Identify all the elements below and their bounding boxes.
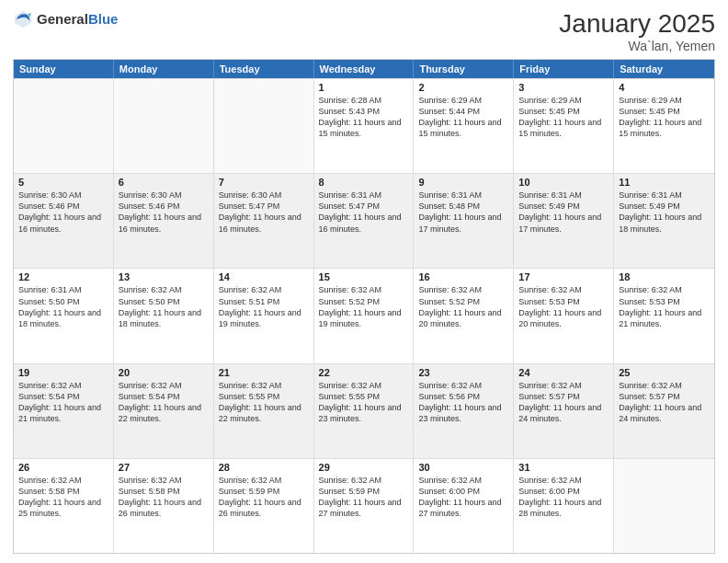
sunset-text: Sunset: 5:45 PM	[518, 106, 609, 117]
day-cell-20: 20Sunrise: 6:32 AMSunset: 5:54 PMDayligh…	[114, 364, 214, 458]
day-number: 18	[619, 271, 710, 282]
sunset-text: Sunset: 5:50 PM	[18, 296, 108, 307]
header-day-thursday: Thursday	[414, 60, 514, 78]
header-day-wednesday: Wednesday	[314, 60, 415, 78]
sunset-text: Sunset: 5:57 PM	[619, 391, 710, 402]
day-cell-7: 7Sunrise: 6:30 AMSunset: 5:47 PMDaylight…	[214, 174, 314, 268]
sunset-text: Sunset: 5:44 PM	[418, 106, 508, 117]
sunrise-text: Sunrise: 6:29 AM	[619, 95, 710, 106]
daylight-text: Daylight: 11 hours and 26 minutes.	[219, 497, 309, 519]
header: GeneralBlue January 2025 Wa`lan, Yemen	[13, 9, 715, 53]
day-number: 9	[418, 177, 508, 188]
sunset-text: Sunset: 5:51 PM	[219, 296, 309, 307]
day-cell-18: 18Sunrise: 6:32 AMSunset: 5:53 PMDayligh…	[614, 269, 714, 362]
day-cell-21: 21Sunrise: 6:32 AMSunset: 5:55 PMDayligh…	[214, 364, 314, 458]
daylight-text: Daylight: 11 hours and 16 minutes.	[119, 212, 209, 234]
day-cell-31: 31Sunrise: 6:32 AMSunset: 6:00 PMDayligh…	[514, 459, 614, 553]
daylight-text: Daylight: 11 hours and 25 minutes.	[18, 497, 108, 519]
sunrise-text: Sunrise: 6:32 AM	[418, 380, 508, 391]
day-number: 21	[219, 367, 309, 378]
header-day-tuesday: Tuesday	[214, 60, 314, 78]
day-cell-14: 14Sunrise: 6:32 AMSunset: 5:51 PMDayligh…	[214, 269, 314, 362]
daylight-text: Daylight: 11 hours and 16 minutes.	[18, 212, 108, 234]
daylight-text: Daylight: 11 hours and 22 minutes.	[219, 402, 309, 424]
daylight-text: Daylight: 11 hours and 16 minutes.	[319, 212, 409, 234]
calendar-week-1: 1Sunrise: 6:28 AMSunset: 5:43 PMDaylight…	[14, 78, 714, 173]
empty-cell	[14, 79, 114, 173]
sunset-text: Sunset: 5:52 PM	[319, 296, 409, 307]
day-number: 6	[119, 177, 209, 188]
sunset-text: Sunset: 5:54 PM	[18, 391, 108, 402]
sunrise-text: Sunrise: 6:29 AM	[418, 95, 508, 106]
sunrise-text: Sunrise: 6:32 AM	[518, 475, 609, 486]
logo-icon	[13, 9, 33, 29]
daylight-text: Daylight: 11 hours and 18 minutes.	[18, 307, 108, 329]
header-day-friday: Friday	[514, 60, 614, 78]
calendar-week-2: 5Sunrise: 6:30 AMSunset: 5:46 PMDaylight…	[14, 173, 714, 268]
day-cell-4: 4Sunrise: 6:29 AMSunset: 5:45 PMDaylight…	[614, 79, 714, 173]
daylight-text: Daylight: 11 hours and 19 minutes.	[219, 307, 309, 329]
day-cell-10: 10Sunrise: 6:31 AMSunset: 5:49 PMDayligh…	[514, 174, 614, 268]
sunrise-text: Sunrise: 6:28 AM	[319, 95, 409, 106]
sunrise-text: Sunrise: 6:32 AM	[119, 284, 209, 295]
sunrise-text: Sunrise: 6:32 AM	[619, 380, 710, 391]
day-cell-29: 29Sunrise: 6:32 AMSunset: 5:59 PMDayligh…	[314, 459, 415, 553]
day-number: 1	[319, 82, 409, 93]
sunset-text: Sunset: 5:54 PM	[119, 391, 209, 402]
day-number: 10	[518, 177, 609, 188]
page: GeneralBlue January 2025 Wa`lan, Yemen S…	[0, 0, 728, 563]
day-cell-2: 2Sunrise: 6:29 AMSunset: 5:44 PMDaylight…	[414, 79, 514, 173]
logo-text: GeneralBlue	[37, 11, 118, 28]
sunset-text: Sunset: 5:52 PM	[418, 296, 508, 307]
sunset-text: Sunset: 5:58 PM	[18, 486, 108, 497]
sunset-text: Sunset: 5:49 PM	[518, 201, 609, 212]
day-cell-16: 16Sunrise: 6:32 AMSunset: 5:52 PMDayligh…	[414, 269, 514, 362]
sunset-text: Sunset: 5:46 PM	[18, 201, 108, 212]
day-cell-19: 19Sunrise: 6:32 AMSunset: 5:54 PMDayligh…	[14, 364, 114, 458]
day-cell-17: 17Sunrise: 6:32 AMSunset: 5:53 PMDayligh…	[514, 269, 614, 362]
daylight-text: Daylight: 11 hours and 27 minutes.	[319, 497, 409, 519]
day-number: 25	[619, 367, 710, 378]
sunset-text: Sunset: 5:47 PM	[319, 201, 409, 212]
day-number: 19	[18, 367, 108, 378]
sunrise-text: Sunrise: 6:32 AM	[219, 380, 309, 391]
sunset-text: Sunset: 5:46 PM	[119, 201, 209, 212]
daylight-text: Daylight: 11 hours and 23 minutes.	[418, 402, 508, 424]
day-number: 22	[319, 367, 409, 378]
sunset-text: Sunset: 5:50 PM	[119, 296, 209, 307]
day-number: 24	[518, 367, 609, 378]
logo-blue: Blue	[88, 11, 119, 27]
sunrise-text: Sunrise: 6:32 AM	[418, 475, 508, 486]
daylight-text: Daylight: 11 hours and 28 minutes.	[518, 497, 609, 519]
day-number: 16	[418, 271, 508, 282]
day-number: 31	[518, 462, 609, 473]
empty-cell	[214, 79, 314, 173]
day-cell-6: 6Sunrise: 6:30 AMSunset: 5:46 PMDaylight…	[114, 174, 214, 268]
sunset-text: Sunset: 5:56 PM	[418, 391, 508, 402]
day-number: 2	[418, 82, 508, 93]
sunset-text: Sunset: 5:48 PM	[418, 201, 508, 212]
sunset-text: Sunset: 5:47 PM	[219, 201, 309, 212]
day-cell-26: 26Sunrise: 6:32 AMSunset: 5:58 PMDayligh…	[14, 459, 114, 553]
calendar: SundayMondayTuesdayWednesdayThursdayFrid…	[13, 59, 715, 554]
header-day-monday: Monday	[114, 60, 214, 78]
day-cell-12: 12Sunrise: 6:31 AMSunset: 5:50 PMDayligh…	[14, 269, 114, 362]
day-cell-9: 9Sunrise: 6:31 AMSunset: 5:48 PMDaylight…	[414, 174, 514, 268]
day-number: 15	[319, 271, 409, 282]
sunrise-text: Sunrise: 6:31 AM	[319, 190, 409, 201]
sunrise-text: Sunrise: 6:29 AM	[518, 95, 609, 106]
day-number: 26	[18, 462, 108, 473]
title-block: January 2025 Wa`lan, Yemen	[559, 9, 715, 53]
sunrise-text: Sunrise: 6:31 AM	[518, 190, 609, 201]
day-number: 14	[219, 271, 309, 282]
logo: GeneralBlue	[13, 9, 118, 29]
calendar-week-4: 19Sunrise: 6:32 AMSunset: 5:54 PMDayligh…	[14, 363, 714, 458]
sunset-text: Sunset: 5:53 PM	[619, 296, 710, 307]
daylight-text: Daylight: 11 hours and 22 minutes.	[119, 402, 209, 424]
logo-general: General	[37, 11, 88, 27]
day-number: 12	[18, 271, 108, 282]
empty-cell	[114, 79, 214, 173]
header-day-sunday: Sunday	[14, 60, 114, 78]
daylight-text: Daylight: 11 hours and 20 minutes.	[418, 307, 508, 329]
day-number: 23	[418, 367, 508, 378]
